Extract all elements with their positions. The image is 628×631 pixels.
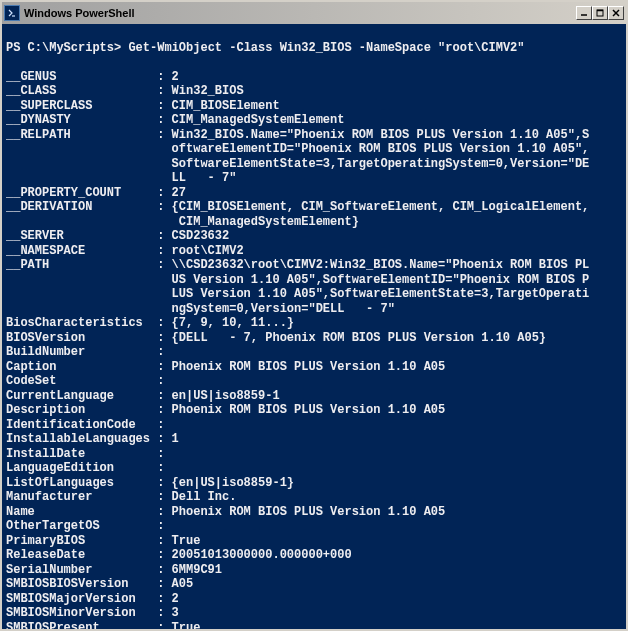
property-key: Caption [6, 360, 157, 375]
property-key: __SUPERCLASS [6, 99, 157, 114]
property-colon: : [157, 548, 171, 563]
property-value: {7, 9, 10, 11...} [172, 316, 590, 331]
property-value-cont: LL - 7" [172, 171, 590, 186]
property-colon: : [157, 621, 171, 630]
property-row-cont: oftwareElementID="Phoenix ROM BIOS PLUS … [6, 142, 622, 157]
property-key: InstallableLanguages [6, 432, 157, 447]
property-key: __DYNASTY [6, 113, 157, 128]
terminal-output[interactable]: PS C:\MyScripts> Get-WmiObject -Class Wi… [2, 24, 626, 629]
property-value: {CIM_BIOSElement, CIM_SoftwareElement, C… [172, 200, 590, 215]
property-row: CodeSet : [6, 374, 622, 389]
property-colon: : [157, 244, 171, 259]
property-value [172, 447, 590, 462]
property-value [172, 345, 590, 360]
property-row: BuildNumber : [6, 345, 622, 360]
property-row: __SUPERCLASS : CIM_BIOSElement [6, 99, 622, 114]
property-value: en|US|iso8859-1 [172, 389, 590, 404]
property-key: Description [6, 403, 157, 418]
property-row: Manufacturer : Dell Inc. [6, 490, 622, 505]
property-key: __SERVER [6, 229, 157, 244]
property-row: __RELPATH : Win32_BIOS.Name="Phoenix ROM… [6, 128, 622, 143]
prompt-text: PS C:\MyScripts> [6, 41, 121, 55]
property-value: {DELL - 7, Phoenix ROM BIOS PLUS Version… [172, 331, 590, 346]
property-key: __CLASS [6, 84, 157, 99]
property-key: BiosCharacteristics [6, 316, 157, 331]
property-value: Phoenix ROM BIOS PLUS Version 1.10 A05 [172, 403, 590, 418]
property-colon: : [157, 534, 171, 549]
property-row-cont: LUS Version 1.10 A05",SoftwareElementSta… [6, 287, 622, 302]
property-row: SMBIOSBIOSVersion : A05 [6, 577, 622, 592]
property-key: Manufacturer [6, 490, 157, 505]
property-colon: : [157, 577, 171, 592]
property-colon: : [157, 360, 171, 375]
property-colon: : [157, 186, 171, 201]
property-colon: : [157, 505, 171, 520]
property-list: __GENUS : 2__CLASS : Win32_BIOS__SUPERCL… [6, 70, 622, 630]
property-row: PrimaryBIOS : True [6, 534, 622, 549]
property-value-cont: CIM_ManagedSystemElement} [172, 215, 590, 230]
minimize-button[interactable] [576, 6, 592, 20]
maximize-button[interactable] [592, 6, 608, 20]
property-colon: : [157, 563, 171, 578]
property-value: CIM_BIOSElement [172, 99, 590, 114]
command-text: Get-WmiObject -Class Win32_BIOS -NameSpa… [128, 41, 524, 55]
property-value [172, 374, 590, 389]
property-value-cont: SoftwareElementState=3,TargetOperatingSy… [172, 157, 590, 172]
property-value: Win32_BIOS.Name="Phoenix ROM BIOS PLUS V… [172, 128, 590, 143]
property-value [172, 461, 590, 476]
property-row: IdentificationCode : [6, 418, 622, 433]
window-title: Windows PowerShell [24, 7, 576, 19]
property-key: SMBIOSMinorVersion [6, 606, 157, 621]
property-key: BuildNumber [6, 345, 157, 360]
property-row: SMBIOSMajorVersion : 2 [6, 592, 622, 607]
property-row-cont: LL - 7" [6, 171, 622, 186]
property-value: root\CIMV2 [172, 244, 590, 259]
titlebar[interactable]: Windows PowerShell [2, 2, 626, 24]
property-value [172, 418, 590, 433]
property-colon: : [157, 476, 171, 491]
property-row: InstallDate : [6, 447, 622, 462]
prompt-line: PS C:\MyScripts> Get-WmiObject -Class Wi… [6, 41, 525, 55]
property-colon: : [157, 258, 171, 273]
property-key: __PATH [6, 258, 157, 273]
property-row: Description : Phoenix ROM BIOS PLUS Vers… [6, 403, 622, 418]
property-key: SerialNumber [6, 563, 157, 578]
property-value: 3 [172, 606, 590, 621]
property-value: Dell Inc. [172, 490, 590, 505]
property-key: ListOfLanguages [6, 476, 157, 491]
property-value: True [172, 621, 590, 630]
property-value-cont: US Version 1.10 A05",SoftwareElementID="… [172, 273, 590, 288]
property-key: OtherTargetOS [6, 519, 157, 534]
close-button[interactable] [608, 6, 624, 20]
property-colon: : [157, 229, 171, 244]
property-colon: : [157, 70, 171, 85]
property-key: SMBIOSMajorVersion [6, 592, 157, 607]
property-colon: : [157, 389, 171, 404]
property-value: 1 [172, 432, 590, 447]
property-key: SMBIOSBIOSVersion [6, 577, 157, 592]
property-key: __PROPERTY_COUNT [6, 186, 157, 201]
property-key: CurrentLanguage [6, 389, 157, 404]
property-colon: : [157, 374, 171, 389]
property-value [172, 519, 590, 534]
property-key: CodeSet [6, 374, 157, 389]
property-key: __GENUS [6, 70, 157, 85]
property-row: SMBIOSMinorVersion : 3 [6, 606, 622, 621]
property-row: __GENUS : 2 [6, 70, 622, 85]
property-value-cont: LUS Version 1.10 A05",SoftwareElementSta… [172, 287, 590, 302]
property-colon: : [157, 345, 171, 360]
property-key: __NAMESPACE [6, 244, 157, 259]
property-colon: : [157, 128, 171, 143]
property-value: 27 [172, 186, 590, 201]
property-key: IdentificationCode [6, 418, 157, 433]
property-colon: : [157, 519, 171, 534]
property-colon: : [157, 99, 171, 114]
property-row: BiosCharacteristics : {7, 9, 10, 11...} [6, 316, 622, 331]
property-row-cont: CIM_ManagedSystemElement} [6, 215, 622, 230]
property-value: {en|US|iso8859-1} [172, 476, 590, 491]
property-row: __NAMESPACE : root\CIMV2 [6, 244, 622, 259]
property-value: \\CSD23632\root\CIMV2:Win32_BIOS.Name="P… [172, 258, 590, 273]
property-row: SerialNumber : 6MM9C91 [6, 563, 622, 578]
property-value: 2 [172, 592, 590, 607]
property-row: SMBIOSPresent : True [6, 621, 622, 630]
